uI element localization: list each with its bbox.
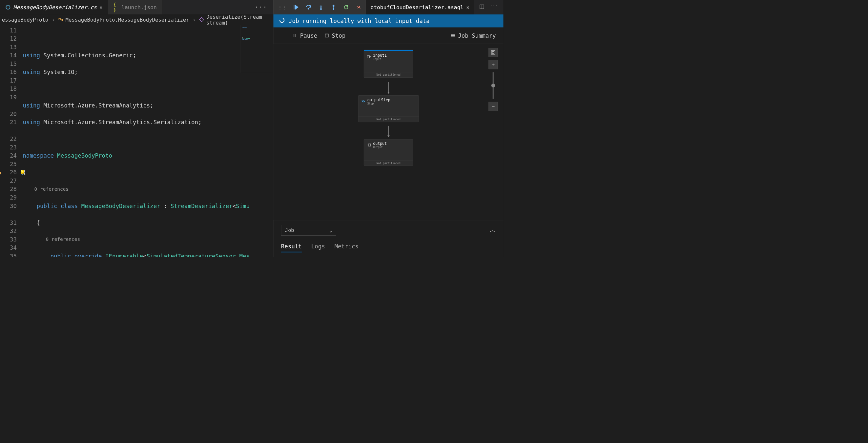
zoom-in-button[interactable]: + <box>489 60 498 69</box>
svg-rect-4 <box>199 18 204 22</box>
node-step[interactable]: outputStep Step Not partitioned <box>358 95 419 122</box>
node-input[interactable]: input1 Input Not partitioned <box>364 50 413 78</box>
close-icon[interactable]: × <box>99 4 103 10</box>
job-pane: ⋮⋮ otobufCloudDeserializer.asaql × ··· <box>273 0 503 257</box>
json-file-icon: { } <box>114 5 119 10</box>
job-summary-button[interactable]: Job Summary <box>451 32 496 39</box>
spinner-icon <box>279 18 285 24</box>
status-banner: Job running locally with local input dat… <box>274 14 503 27</box>
step-out-button[interactable] <box>331 4 336 10</box>
result-tabs: Result Logs Metrics <box>281 243 496 252</box>
tab-logs[interactable]: Logs <box>311 243 325 252</box>
breadcrumb-segment[interactable]: MessageBodyProto.MessageBodyDeserializer <box>66 17 189 23</box>
line-gutter: 111213141516171819 2021 22232425 26 ◗ 💡 … <box>0 25 23 257</box>
split-editor-icon[interactable] <box>479 4 485 10</box>
step-over-button[interactable] <box>306 4 311 10</box>
svg-rect-20 <box>492 52 494 54</box>
disconnect-button[interactable] <box>356 4 362 10</box>
zoom-fit-button[interactable] <box>489 48 498 57</box>
chevron-right-icon: › <box>52 17 55 23</box>
code-content[interactable]: using System.Collections.Generic; using … <box>23 25 273 257</box>
breadcrumb-segment[interactable]: Deserialize(Stream stream) <box>206 14 271 26</box>
tab-result[interactable]: Result <box>281 243 302 252</box>
tab-asaql-file[interactable]: otobufCloudDeserializer.asaql × <box>366 0 474 14</box>
class-icon <box>58 17 63 22</box>
drag-handle-icon[interactable]: ⋮⋮ <box>278 5 286 9</box>
tab-overflow-button[interactable]: ··· <box>249 4 273 10</box>
input-icon <box>366 55 371 59</box>
output-icon <box>366 143 371 147</box>
node-output[interactable]: output Output Not partitioned <box>364 139 413 166</box>
editor-pane: C MessageBodyDeserializer.cs × { } launc… <box>0 0 273 257</box>
step-into-button[interactable] <box>318 4 324 10</box>
chevron-up-icon[interactable]: ︿ <box>490 226 496 235</box>
tab-message-body-deserializer[interactable]: C MessageBodyDeserializer.cs × <box>0 0 108 14</box>
svg-point-10 <box>280 18 284 22</box>
status-text: Job running locally with local input dat… <box>289 18 430 24</box>
svg-rect-17 <box>367 56 369 58</box>
tab-label: launch.json <box>121 4 157 10</box>
more-actions-icon[interactable]: ··· <box>490 4 498 10</box>
zoom-slider[interactable] <box>493 72 494 99</box>
breadcrumb[interactable]: essageBodyProto › MessageBodyProto.Messa… <box>0 14 273 25</box>
minimap[interactable]: ▬▬▬ ▬▬▬▬▬▬ ▬▬▬ ▬▬▬ ▬▬▬ ▬▬▬▬▬▬▬▬▬▬ ▬▬▬ ▬▬… <box>241 25 273 73</box>
tab-label: MessageBodyDeserializer.cs <box>13 4 97 10</box>
svg-rect-13 <box>325 34 328 37</box>
pause-button[interactable]: Pause <box>292 32 317 39</box>
arrow-icon <box>389 126 389 137</box>
chevron-down-icon: ⌄ <box>329 228 332 233</box>
stop-button[interactable]: Stop <box>324 32 345 39</box>
svg-point-5 <box>308 8 309 9</box>
breadcrumb-segment[interactable]: essageBodyProto <box>2 17 48 23</box>
zoom-controls: + − <box>489 48 498 111</box>
svg-point-7 <box>333 8 334 9</box>
svg-rect-19 <box>491 50 495 54</box>
arrow-icon <box>389 82 389 94</box>
svg-rect-3 <box>61 19 63 21</box>
svg-rect-2 <box>59 19 60 20</box>
svg-point-6 <box>320 8 321 9</box>
zoom-out-button[interactable]: − <box>489 102 498 111</box>
lightbulb-icon[interactable]: 💡 <box>19 168 26 177</box>
csharp-file-icon: C <box>5 5 10 10</box>
close-icon[interactable]: × <box>466 4 469 10</box>
code-editor[interactable]: 111213141516171819 2021 22232425 26 ◗ 💡 … <box>0 25 273 257</box>
chevron-right-icon: › <box>192 17 195 23</box>
svg-rect-18 <box>368 144 371 146</box>
scope-dropdown[interactable]: Job ⌄ <box>281 225 336 235</box>
debug-toolbar: ⋮⋮ <box>274 0 366 14</box>
svg-text:C: C <box>6 6 8 9</box>
job-controls: Pause Stop Job Summary <box>274 28 503 44</box>
tab-label: otobufCloudDeserializer.asaql <box>370 4 464 10</box>
tab-metrics[interactable]: Metrics <box>335 243 359 252</box>
breakpoint-current-icon[interactable]: ◗ <box>0 168 2 177</box>
tab-bar: C MessageBodyDeserializer.cs × { } launc… <box>0 0 273 14</box>
results-panel: Job ⌄ ︿ Result Logs Metrics <box>274 220 503 257</box>
job-diagram[interactable]: input1 Input Not partitioned outputStep … <box>274 44 503 220</box>
restart-button[interactable] <box>343 4 349 10</box>
tab-launch-json[interactable]: { } launch.json <box>108 0 162 14</box>
method-icon <box>199 17 204 22</box>
step-icon <box>361 99 366 104</box>
continue-button[interactable] <box>293 4 299 10</box>
